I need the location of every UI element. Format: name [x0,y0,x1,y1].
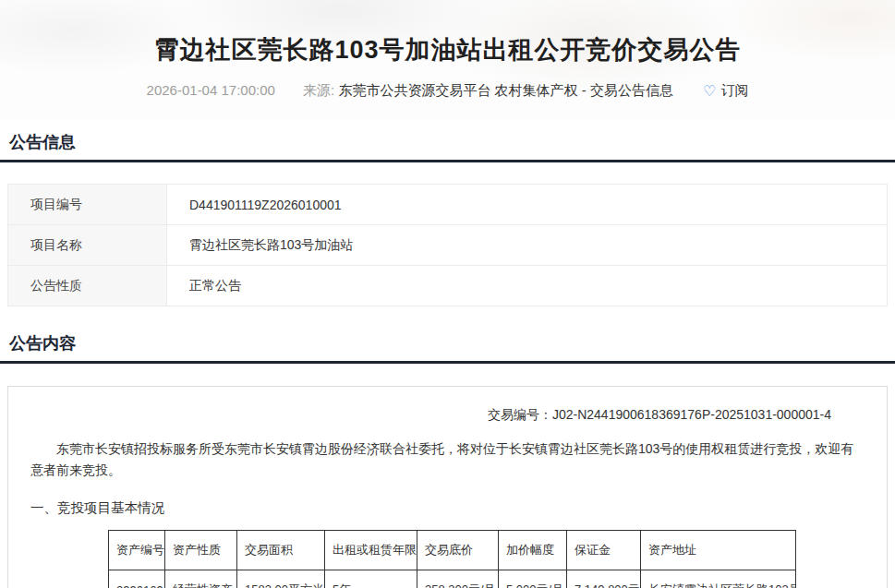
intro-paragraph: 东莞市长安镇招投标服务所受东莞市长安镇霄边股份经济联合社委托，将对位于长安镇霄边… [30,438,865,481]
table-cell: 经营性资产 [165,570,237,588]
subscribe-label: 订阅 [720,82,748,98]
trade-number-label: 交易编号： [488,407,552,422]
source-line: 来源: 东莞市公共资源交易平台 农村集体产权 - 交易公告信息 [303,82,673,98]
announcement-info-table: 项目编号 D441901119Z2026010001 项目名称 霄边社区莞长路1… [7,184,888,306]
field-label: 项目名称 [8,225,167,266]
publish-time: 2026-01-04 17:00:00 [147,82,275,98]
page-title: 霄边社区莞长路103号加油站出租公开竞价交易公告 [0,33,895,66]
heading-rule [0,361,895,364]
table-row: 项目编号 D441901119Z2026010001 [8,185,888,225]
column-header: 加价幅度 [499,531,567,570]
field-value: 霄边社区莞长路103号加油站 [167,225,888,266]
table-cell: 1583.00平方米 [237,570,325,588]
column-header: 保证金 [567,531,641,570]
table-cell: 5,000元/月 [499,570,567,588]
table-row: 公告性质 正常公告 [8,266,888,306]
asset-table: 资产编号 资产性质 交易面积 出租或租赁年限 交易底价 加价幅度 保证金 资产地… [108,530,796,588]
field-value: 正常公告 [167,266,888,306]
table-cell: 2990169 [109,570,165,588]
table-cell: 7,149,800元 [567,570,641,588]
field-label: 公告性质 [8,266,167,306]
trade-number-line: 交易编号：J02-N2441900618369176P-20251031-000… [30,407,865,424]
announcement-info-heading: 公告信息 [0,131,895,153]
trade-number-value: J02-N2441900618369176P-20251031-000001-4 [552,407,831,422]
subscribe-button[interactable]: ♡订阅 [703,82,748,98]
column-header: 资产编号 [109,531,165,570]
section-1-title: 一、竞投项目基本情况 [30,499,865,517]
asset-table-data-row: 2990169 经营性资产 1583.00平方米 5年 358,300元/月 5… [109,570,796,588]
asset-table-header-row: 资产编号 资产性质 交易面积 出租或租赁年限 交易底价 加价幅度 保证金 资产地… [109,531,796,570]
table-cell: 358,300元/月 [417,570,499,588]
field-label: 项目编号 [8,185,167,225]
column-header: 资产地址 [641,531,796,570]
meta-row: 2026-01-04 17:00:00 来源: 东莞市公共资源交易平台 农村集体… [0,81,895,100]
column-header: 交易底价 [417,531,499,570]
announcement-content-heading: 公告内容 [0,332,895,354]
table-cell: 长安镇霄边社区莞长路103号 [641,570,796,588]
source-text: 东莞市公共资源交易平台 农村集体产权 - 交易公告信息 [338,82,673,98]
table-cell: 5年 [325,570,417,588]
column-header: 交易面积 [237,531,325,570]
column-header: 出租或租赁年限 [325,531,417,570]
announcement-content-box: 交易编号：J02-N2441900618369176P-20251031-000… [7,386,888,588]
heart-icon: ♡ [703,83,716,99]
table-row: 项目名称 霄边社区莞长路103号加油站 [8,225,888,266]
heading-rule [0,160,895,162]
column-header: 资产性质 [165,531,237,570]
field-value: D441901119Z2026010001 [167,185,888,225]
source-label: 来源: [303,82,334,98]
page-header: 霄边社区莞长路103号加油站出租公开竞价交易公告 2026-01-04 17:0… [0,0,895,120]
